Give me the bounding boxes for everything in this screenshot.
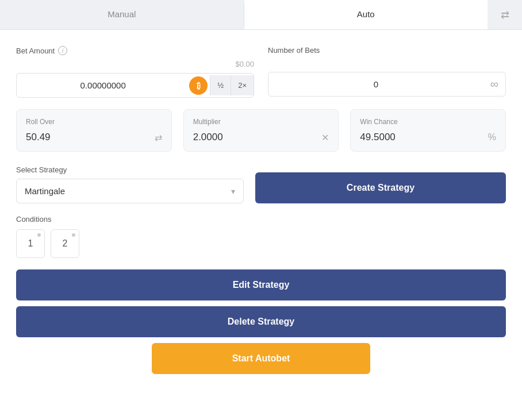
bet-amount-input[interactable]: [17, 74, 189, 97]
bet-amount-label: Bet Amount i: [16, 46, 254, 55]
tab-auto[interactable]: Auto: [244, 0, 488, 29]
tab-bar: Manual Auto ⇄: [0, 0, 522, 30]
roll-over-input[interactable]: [26, 132, 155, 143]
condition-tab-2[interactable]: 2: [51, 229, 79, 258]
dollar-label: $0.00: [16, 60, 254, 68]
delete-strategy-button[interactable]: Delete Strategy: [16, 306, 506, 337]
number-of-bets-group: Number of Bets ∞: [268, 46, 506, 97]
multiplier-card: Multiplier ✕: [183, 109, 339, 152]
multiplier-input[interactable]: [193, 132, 322, 143]
bet-row: Bet Amount i $0.00 ₿ ½ 2× Number of Bets: [16, 46, 506, 98]
number-of-bets-input[interactable]: [268, 72, 483, 96]
btc-icon: ₿: [189, 76, 208, 95]
conditions-label: Conditions: [16, 215, 506, 224]
bet-amount-group: Bet Amount i $0.00 ₿ ½ 2×: [16, 46, 254, 98]
roll-over-card: Roll Over ⇄: [16, 109, 172, 152]
condition-tab-1[interactable]: 1: [16, 229, 45, 258]
multiplier-input-wrapper: ✕: [193, 132, 329, 143]
strategy-row: Select Strategy Martingale ▾ Create Stra…: [16, 165, 506, 203]
half-button[interactable]: ½: [210, 75, 231, 95]
condition-tab-2-dot: [72, 233, 75, 237]
edit-strategy-button[interactable]: Edit Strategy: [16, 269, 506, 300]
number-of-bets-label: Number of Bets: [268, 46, 506, 55]
multiplier-label: Multiplier: [193, 118, 329, 126]
infinity-icon: ∞: [483, 78, 505, 91]
conditions-section: Conditions 1 2: [16, 215, 506, 258]
win-chance-label: Win Chance: [360, 118, 496, 126]
double-button[interactable]: 2×: [231, 75, 254, 95]
main-content: Bet Amount i $0.00 ₿ ½ 2× Number of Bets: [0, 30, 522, 390]
roll-over-input-wrapper: ⇄: [26, 132, 162, 143]
condition-tab-2-label: 2: [63, 238, 68, 249]
condition-tab-1-dot: [37, 233, 41, 237]
chevron-down-icon: ▾: [231, 187, 235, 196]
win-chance-card: Win Chance %: [350, 109, 506, 152]
refresh-icon[interactable]: ⇄: [488, 9, 522, 21]
roll-over-label: Roll Over: [26, 118, 162, 126]
percent-icon: %: [488, 132, 496, 142]
info-icon[interactable]: i: [58, 46, 67, 55]
fields-row: Roll Over ⇄ Multiplier ✕ Win Chance: [16, 109, 506, 152]
start-autobet-button[interactable]: Start Autobet: [152, 343, 370, 374]
app-container: Manual Auto ⇄ Bet Amount i $0.00 ₿ ½: [0, 0, 522, 420]
number-of-bets-input-wrapper: ∞: [268, 72, 506, 97]
win-chance-input-wrapper: %: [360, 132, 496, 143]
condition-tab-1-label: 1: [28, 238, 33, 249]
strategy-select-label: Select Strategy: [16, 165, 244, 174]
swap-icon[interactable]: ⇄: [155, 132, 162, 143]
times-icon[interactable]: ✕: [321, 132, 329, 143]
strategy-select-dropdown[interactable]: Martingale ▾: [16, 179, 244, 203]
create-strategy-button[interactable]: Create Strategy: [255, 172, 506, 203]
strategy-selected-value: Martingale: [25, 186, 65, 196]
bet-amount-input-wrapper: ₿ ½ 2×: [16, 73, 254, 98]
conditions-tabs: 1 2: [16, 229, 506, 258]
tab-manual[interactable]: Manual: [0, 0, 244, 29]
win-chance-input[interactable]: [360, 132, 488, 143]
strategy-left: Select Strategy Martingale ▾: [16, 165, 244, 203]
